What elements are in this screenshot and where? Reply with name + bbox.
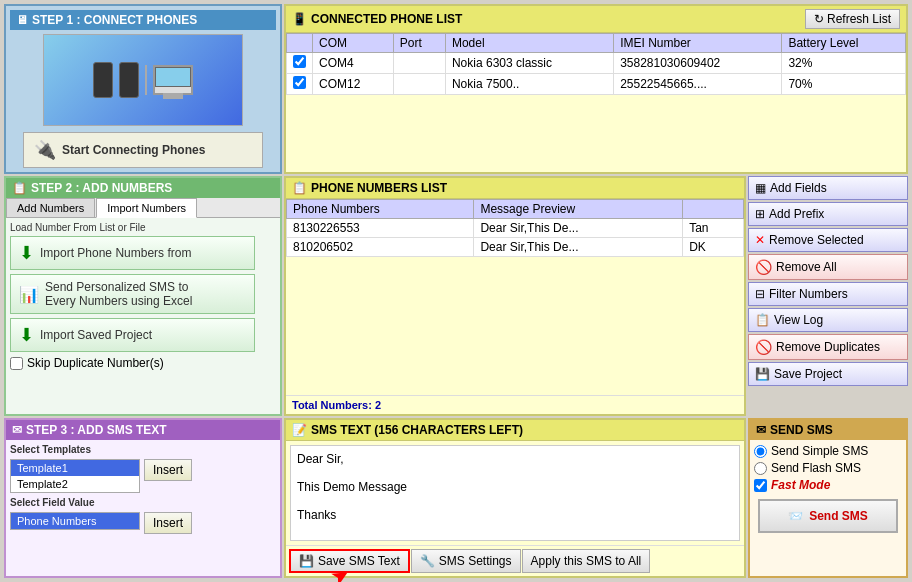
import-saved-icon: ⬇ <box>19 324 34 346</box>
numbers-list-title: PHONE NUMBERS LIST <box>311 181 447 195</box>
send-sms-content: Send Simple SMS Send Flash SMS Fast Mode… <box>750 440 906 576</box>
flash-sms-radio[interactable] <box>754 462 767 475</box>
row-check[interactable] <box>287 74 313 95</box>
refresh-list-button[interactable]: ↻ Refresh List <box>805 9 900 29</box>
table-row[interactable]: COM12 Nokia 7500.. 25522545665.... 70% <box>287 74 906 95</box>
insert-field-button[interactable]: Insert <box>144 512 192 534</box>
fast-mode-row: Fast Mode <box>754 478 902 492</box>
select-templates-label: Select Templates <box>10 444 276 455</box>
simple-sms-label: Send Simple SMS <box>771 444 868 458</box>
sms-text-body: Dear Sir, This Demo Message Thanks <box>297 452 733 522</box>
templates-row: Template1 Template2 Insert <box>10 459 276 493</box>
row-com: COM12 <box>313 74 394 95</box>
remove-duplicates-button[interactable]: 🚫 Remove Duplicates <box>748 334 908 360</box>
phone-graphic <box>93 62 193 98</box>
tab-add-numbers[interactable]: Add Numbers <box>6 198 95 217</box>
flash-sms-row: Send Flash SMS <box>754 461 902 475</box>
step1-image <box>43 34 243 126</box>
step2-header: 📋 STEP 2 : ADD NUMBERS <box>6 178 280 198</box>
connected-phones-table: COM Port Model IMEI Number Battery Level… <box>286 33 906 95</box>
fields-listbox[interactable]: Phone Numbers <box>10 512 140 530</box>
sms-text-title: SMS TEXT (156 CHARACTERS LEFT) <box>311 423 523 437</box>
filter-icon: ⊟ <box>755 287 765 301</box>
import-saved-label: Import Saved Project <box>40 328 152 342</box>
row-battery: 70% <box>782 74 906 95</box>
row-check[interactable] <box>287 53 313 74</box>
skip-duplicate-label: Skip Duplicate Number(s) <box>27 356 164 370</box>
send-sms-panel: ✉ SEND SMS Send Simple SMS Send Flash SM… <box>748 418 908 578</box>
row-com: COM4 <box>313 53 394 74</box>
save-sms-icon: 💾 <box>299 554 314 568</box>
col-extra <box>683 200 744 219</box>
phone-numbers-field-item[interactable]: Phone Numbers <box>11 513 139 529</box>
send-sms-header: ✉ SEND SMS <box>750 420 906 440</box>
tab-import-numbers[interactable]: Import Numbers <box>96 198 197 218</box>
row-port <box>393 53 445 74</box>
step2-tab-bar: Add Numbers Import Numbers <box>6 198 280 218</box>
step1-icon: 🖥 <box>16 13 28 27</box>
import-saved-project-button[interactable]: ⬇ Import Saved Project <box>10 318 255 352</box>
computer-shape <box>153 65 193 95</box>
view-log-button[interactable]: 📋 View Log <box>748 308 908 332</box>
send-personalized-label: Send Personalized SMS toEvery Numbers us… <box>45 280 192 308</box>
filter-numbers-label: Filter Numbers <box>769 287 848 301</box>
add-fields-icon: ▦ <box>755 181 766 195</box>
send-sms-button[interactable]: 📨 Send SMS <box>758 499 898 533</box>
insert-field-label: Insert <box>153 516 183 530</box>
insert-template-button[interactable]: Insert <box>144 459 192 481</box>
table-row[interactable]: 810206502 Dear Sir,This De... DK <box>287 238 744 257</box>
templates-listbox[interactable]: Template1 Template2 <box>10 459 140 493</box>
step3-title: STEP 3 : ADD SMS TEXT <box>26 423 167 437</box>
numbers-table: Phone Numbers Message Preview 8130226553… <box>286 199 744 257</box>
sms-text-panel: 📝 SMS TEXT (156 CHARACTERS LEFT) Dear Si… <box>284 418 746 578</box>
step1-title: STEP 1 : CONNECT PHONES <box>32 13 197 27</box>
import-phone-numbers-button[interactable]: ⬇ Import Phone Numbers from <box>10 236 255 270</box>
filter-numbers-button[interactable]: ⊟ Filter Numbers <box>748 282 908 306</box>
col-com: COM <box>313 34 394 53</box>
remove-all-button[interactable]: 🚫 Remove All <box>748 254 908 280</box>
import-phone-label: Import Phone Numbers from <box>40 246 191 260</box>
phone-numbers-list-panel: 📋 PHONE NUMBERS LIST Phone Numbers Messa… <box>284 176 746 416</box>
step2-content: Load Number From List or File ⬇ Import P… <box>6 218 280 414</box>
add-fields-button[interactable]: ▦ Add Fields <box>748 176 908 200</box>
save-project-icon: 💾 <box>755 367 770 381</box>
step2-title: STEP 2 : ADD NUMBERS <box>31 181 172 195</box>
skip-duplicate-row: Skip Duplicate Number(s) <box>10 356 276 370</box>
numbers-table-container: Phone Numbers Message Preview 8130226553… <box>286 199 744 395</box>
right-sidebar: ▦ Add Fields ⊞ Add Prefix ✕ Remove Selec… <box>748 176 908 416</box>
fast-mode-checkbox[interactable] <box>754 479 767 492</box>
template2-item[interactable]: Template2 <box>11 476 139 492</box>
add-prefix-icon: ⊞ <box>755 207 765 221</box>
send-personalized-sms-button[interactable]: 📊 Send Personalized SMS toEvery Numbers … <box>10 274 255 314</box>
send-btn-label: Send SMS <box>809 509 868 523</box>
template1-item[interactable]: Template1 <box>11 460 139 476</box>
sms-text-content[interactable]: Dear Sir, This Demo Message Thanks <box>290 445 740 541</box>
connected-list-header-row: 📱 CONNECTED PHONE LIST ↻ Refresh List <box>286 6 906 33</box>
row-number: 810206502 <box>287 238 474 257</box>
apply-sms-label: Apply this SMS to All <box>531 554 642 568</box>
add-prefix-button[interactable]: ⊞ Add Prefix <box>748 202 908 226</box>
step3-header: ✉ STEP 3 : ADD SMS TEXT <box>6 420 280 440</box>
flash-sms-label: Send Flash SMS <box>771 461 861 475</box>
save-project-button[interactable]: 💾 Save Project <box>748 362 908 386</box>
remove-duplicates-label: Remove Duplicates <box>776 340 880 354</box>
col-check <box>287 34 313 53</box>
table-row[interactable]: COM4 Nokia 6303 classic 358281030609402 … <box>287 53 906 74</box>
table-row[interactable]: 8130226553 Dear Sir,This De... Tan <box>287 219 744 238</box>
skip-duplicate-checkbox[interactable] <box>10 357 23 370</box>
remove-selected-button[interactable]: ✕ Remove Selected <box>748 228 908 252</box>
save-sms-text-button[interactable]: 💾 Save SMS Text ➤ <box>289 549 410 573</box>
row-battery: 32% <box>782 53 906 74</box>
col-battery: Battery Level <box>782 34 906 53</box>
start-connecting-button[interactable]: 🔌 Start Connecting Phones <box>23 132 263 168</box>
step3-content: Select Templates Template1 Template2 Ins… <box>6 440 280 576</box>
sms-settings-button[interactable]: 🔧 SMS Settings <box>411 549 521 573</box>
connected-phones-table-container: COM Port Model IMEI Number Battery Level… <box>286 33 906 172</box>
sms-settings-label: SMS Settings <box>439 554 512 568</box>
apply-sms-to-all-button[interactable]: Apply this SMS to All <box>522 549 651 573</box>
remove-selected-label: Remove Selected <box>769 233 864 247</box>
simple-sms-radio[interactable] <box>754 445 767 458</box>
add-fields-label: Add Fields <box>770 181 827 195</box>
row-preview: Dear Sir,This De... <box>474 219 683 238</box>
phone-shape-2 <box>119 62 139 98</box>
